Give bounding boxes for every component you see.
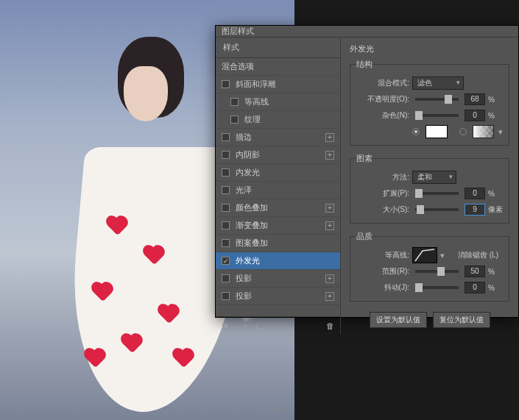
checkbox[interactable] [230, 98, 239, 106]
opacity-slider[interactable] [415, 98, 459, 101]
size-input[interactable]: 9 [465, 204, 485, 216]
opacity-input[interactable]: 68 [465, 93, 485, 105]
color-radio[interactable] [412, 128, 420, 135]
style-row-gradient-overlay[interactable]: 渐变叠加+ [216, 217, 340, 235]
make-default-button[interactable]: 设置为默认值 [370, 312, 427, 328]
elements-group: 图素 方法: 柔和 扩展(P): 0 % 大小(S): 9 像素 [350, 153, 509, 224]
checkbox[interactable] [230, 115, 239, 124]
styles-header: 样式 [216, 38, 340, 58]
checkbox[interactable] [222, 168, 230, 177]
checkbox[interactable] [222, 274, 230, 282]
move-up-icon[interactable]: ↑ [244, 321, 248, 330]
contour-label: 等高线: [356, 250, 409, 260]
add-effect-icon[interactable]: + [325, 274, 334, 283]
style-row-contour[interactable]: 等高线 [216, 93, 340, 111]
style-row-texture[interactable]: 纹理 [216, 111, 340, 129]
gradient-radio[interactable] [459, 128, 467, 135]
watermark: ui.cn [264, 405, 280, 413]
noise-input[interactable]: 0 [465, 110, 485, 121]
styles-sidebar: 样式 混合选项 斜面和浮雕 等高线 纹理 描边+ 内阴影+ 内发光 光泽 颜色叠… [216, 38, 341, 334]
jitter-slider[interactable] [415, 286, 459, 289]
noise-label: 杂色(N): [356, 110, 409, 121]
quality-group: 品质 等高线: ▾ 消除锯齿 (L) 范围(R): 50 % [350, 231, 509, 302]
chevron-down-icon[interactable]: ▾ [498, 127, 503, 137]
size-label: 大小(S): [356, 204, 409, 215]
checkbox[interactable] [222, 257, 230, 265]
add-effect-icon[interactable]: + [325, 151, 334, 160]
style-row-inner-glow[interactable]: 内发光 [216, 164, 340, 182]
style-row-drop-shadow[interactable]: 投影+ [216, 270, 340, 288]
style-row-stroke[interactable]: 描边+ [216, 129, 340, 146]
style-row-color-overlay[interactable]: 颜色叠加+ [216, 199, 340, 217]
range-label: 范围(R): [356, 266, 409, 277]
spread-slider[interactable] [415, 192, 459, 195]
fx-menu-icon[interactable]: fx﹒ [222, 320, 236, 331]
checkbox[interactable] [222, 186, 230, 194]
dialog-title: 图层样式 [222, 26, 254, 37]
jitter-label: 抖动(J): [356, 282, 409, 293]
antialias-label: 消除锯齿 (L) [458, 250, 498, 260]
range-input[interactable]: 50 [465, 266, 485, 277]
checkbox[interactable] [222, 292, 230, 300]
size-slider[interactable] [415, 208, 459, 211]
add-effect-icon[interactable]: + [325, 133, 334, 142]
add-effect-icon[interactable]: + [325, 204, 334, 213]
checkbox[interactable] [222, 221, 230, 229]
move-down-icon[interactable]: ↓ [255, 321, 259, 330]
add-effect-icon[interactable]: + [325, 221, 334, 230]
checkbox[interactable] [222, 204, 230, 212]
dialog-titlebar[interactable]: 图层样式 [216, 26, 518, 38]
technique-label: 方法: [356, 172, 409, 182]
glow-color-swatch[interactable] [426, 125, 448, 138]
jitter-input[interactable]: 0 [465, 282, 485, 293]
effect-title: 外发光 [350, 43, 509, 54]
chevron-down-icon[interactable]: ▾ [440, 251, 445, 260]
layer-style-dialog: 图层样式 样式 混合选项 斜面和浮雕 等高线 纹理 描边+ 内阴影+ 内发光 光… [215, 25, 519, 318]
checkbox[interactable] [222, 133, 230, 141]
range-slider[interactable] [415, 270, 459, 273]
style-row-bevel[interactable]: 斜面和浮雕 [216, 76, 340, 93]
contour-picker[interactable] [412, 247, 437, 263]
checkbox[interactable] [222, 80, 230, 88]
style-row-inner-shadow[interactable]: 内阴影+ [216, 146, 340, 164]
technique-dropdown[interactable]: 柔和 [412, 171, 456, 184]
style-row-pattern-overlay[interactable]: 图案叠加 [216, 235, 340, 252]
checkbox[interactable] [222, 151, 230, 159]
blend-mode-label: 混合模式: [356, 78, 409, 88]
blend-mode-dropdown[interactable]: 滤色 [412, 76, 464, 90]
style-row-outer-glow[interactable]: 外发光 [216, 252, 340, 270]
glow-gradient-picker[interactable] [473, 125, 494, 138]
noise-slider[interactable] [415, 114, 459, 117]
spread-input[interactable]: 0 [465, 188, 485, 199]
opacity-label: 不透明度(O): [356, 94, 409, 104]
trash-icon[interactable]: 🗑 [326, 321, 334, 330]
style-row-drop-shadow-2[interactable]: 投影+ [216, 288, 340, 305]
blending-options-row[interactable]: 混合选项 [216, 58, 340, 76]
add-effect-icon[interactable]: + [325, 292, 334, 301]
spread-label: 扩展(P): [356, 188, 409, 199]
style-row-satin[interactable]: 光泽 [216, 182, 340, 199]
reset-default-button[interactable]: 复位为默认值 [433, 312, 490, 328]
checkbox[interactable] [222, 239, 230, 247]
structure-group: 结构 混合模式: 滤色 不透明度(O): 68 % 杂色(N): 0 % [350, 59, 509, 146]
effect-settings-panel: 外发光 结构 混合模式: 滤色 不透明度(O): 68 % 杂色(N): 0 [341, 38, 518, 334]
